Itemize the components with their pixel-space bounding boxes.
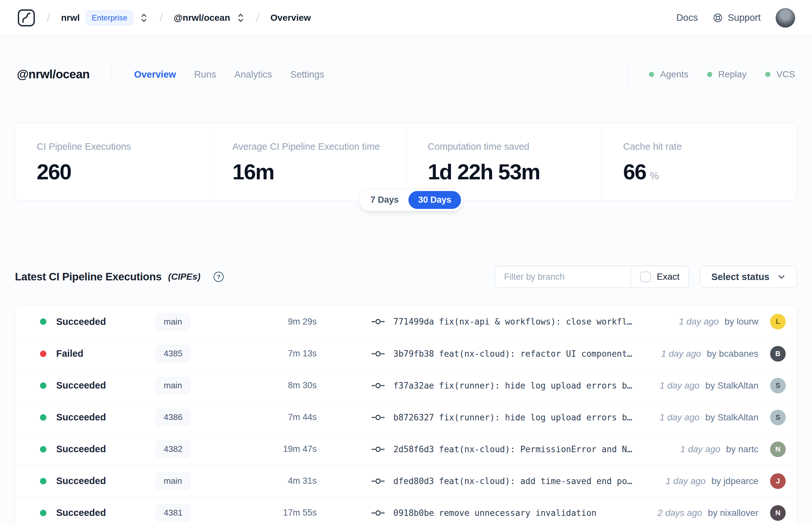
status-label: Failed — [56, 348, 83, 359]
time-ago: 1 day ago — [665, 476, 705, 486]
breadcrumb-page: Overview — [271, 13, 311, 23]
duration-cell: 8m 30s — [244, 380, 333, 390]
git-commit-icon — [371, 509, 385, 517]
branch-badge: main — [156, 377, 190, 394]
status-cell: Succeeded — [30, 412, 147, 423]
git-commit-icon — [371, 382, 385, 390]
avatar[interactable]: S — [770, 378, 786, 393]
time-ago: 1 day ago — [661, 349, 701, 359]
tab-analytics[interactable]: Analytics — [234, 69, 272, 80]
commit-text: 2d58f6d3feat(nx-cloud): PermissionError … — [393, 445, 632, 454]
status-cell: Succeeded — [30, 380, 147, 391]
stat-value: 16m — [232, 160, 274, 184]
exact-label: Exact — [657, 272, 679, 282]
user-avatar[interactable] — [776, 8, 795, 28]
branch-badge: main — [156, 472, 190, 490]
commit-hash: dfed80d3 — [393, 476, 434, 486]
indicator-label: Agents — [660, 69, 688, 79]
author: by bcabanes — [707, 349, 759, 359]
commit-hash: 3b79fb38 — [393, 349, 434, 359]
workspace-tabs: Overview Runs Analytics Settings — [134, 69, 324, 80]
top-navbar: / nrwl Enterprise / @nrwl/ocean / Overvi… — [0, 0, 812, 36]
nx-cloud-logo[interactable] — [17, 9, 36, 27]
indicator-label: VCS — [776, 69, 795, 79]
author: by StalkAltan — [705, 412, 759, 422]
table-row[interactable]: Failed 4385 7m 13s 3b79fb38feat(nx-cloud… — [15, 338, 797, 370]
git-commit-icon — [371, 446, 385, 453]
select-status-dropdown[interactable]: Select status — [700, 266, 797, 288]
toggle-7-days[interactable]: 7 Days — [361, 191, 408, 209]
commit-message: fix(runner): hide log upload errors b… — [439, 412, 632, 422]
table-row[interactable]: Succeeded main 9m 29s 771499dafix(nx-api… — [15, 306, 797, 338]
status-dot-icon — [40, 350, 46, 357]
meta-cell: 1 day ago by nartc — [680, 444, 767, 454]
table-row[interactable]: Succeeded main 8m 30s f37a32aefix(runner… — [15, 370, 797, 401]
commit-hash: b8726327 — [393, 412, 434, 422]
branch-filter-group: Exact — [495, 266, 689, 288]
avatar-cell: B — [767, 346, 797, 362]
exact-toggle[interactable]: Exact — [631, 266, 689, 287]
branch-badge: 4381 — [156, 504, 191, 522]
breadcrumb-separator: / — [159, 11, 163, 25]
meta-cell: 1 day ago by StalkAltan — [660, 412, 767, 423]
stat-ci-pipeline-executions: CI Pipeline Executions 260 — [15, 123, 211, 200]
branch-badge: 4382 — [156, 440, 191, 458]
stat-label: Computation time saved — [428, 141, 580, 152]
commit-message: fix(runner): hide log upload errors b… — [439, 381, 632, 390]
status-label: Succeeded — [56, 444, 106, 454]
commit-cell[interactable]: 3b79fb38feat(nx-cloud): refactor UI comp… — [333, 349, 661, 359]
cipe-filters: Exact Select status — [495, 266, 797, 288]
indicator-agents[interactable]: Agents — [649, 69, 688, 79]
branch-filter-input[interactable] — [495, 266, 631, 287]
breadcrumb-org[interactable]: nrwl — [61, 13, 80, 23]
duration-cell: 7m 13s — [244, 349, 333, 359]
avatar[interactable]: L — [770, 314, 786, 329]
commit-cell[interactable]: 771499dafix(nx-api & workflows): close w… — [333, 317, 679, 327]
commit-cell[interactable]: 0918b0beremove unnecessary invalidation — [333, 508, 658, 518]
org-selector-icon[interactable] — [139, 12, 149, 24]
tab-settings[interactable]: Settings — [290, 69, 324, 80]
commit-cell[interactable]: 2d58f6d3feat(nx-cloud): PermissionError … — [333, 445, 680, 454]
table-row[interactable]: Succeeded 4381 17m 55s 0918b0beremove un… — [15, 497, 797, 525]
commit-cell[interactable]: f37a32aefix(runner): hide log upload err… — [333, 381, 660, 390]
stat-value: 66 — [623, 160, 646, 184]
stat-value: 260 — [37, 160, 71, 184]
avatar[interactable]: N — [770, 441, 786, 457]
avatar[interactable]: J — [770, 473, 786, 489]
table-row[interactable]: Succeeded 4382 19m 47s 2d58f6d3feat(nx-c… — [15, 433, 797, 465]
branch-badge: 4386 — [156, 409, 191, 426]
commit-message: fix(nx-api & workflows): close workfl… — [439, 317, 632, 327]
author: by nartc — [726, 444, 759, 454]
indicator-replay[interactable]: Replay — [707, 69, 746, 79]
stat-label: Cache hit rate — [623, 141, 776, 152]
toggle-30-days[interactable]: 30 Days — [408, 191, 461, 209]
help-icon[interactable]: ? — [213, 271, 225, 283]
exact-checkbox[interactable] — [640, 272, 651, 282]
workspace-selector-icon[interactable] — [236, 12, 245, 24]
breadcrumb-separator: / — [256, 11, 260, 25]
avatar[interactable]: B — [770, 346, 786, 362]
commit-cell[interactable]: dfed80d3feat(nx-cloud): add time-saved e… — [333, 476, 665, 486]
table-row[interactable]: Succeeded 4386 7m 44s b8726327fix(runner… — [15, 401, 797, 433]
branch-cell: 4385 — [147, 345, 244, 362]
docs-link[interactable]: Docs — [676, 12, 698, 23]
status-dot-icon — [40, 478, 46, 484]
avatar[interactable]: S — [770, 410, 786, 425]
avatar[interactable]: N — [770, 505, 786, 521]
commit-text: f37a32aefix(runner): hide log upload err… — [393, 381, 632, 390]
indicator-vcs[interactable]: VCS — [765, 69, 795, 79]
branch-cell: main — [147, 313, 244, 330]
status-label: Succeeded — [56, 380, 106, 391]
tab-runs[interactable]: Runs — [194, 69, 216, 80]
table-row[interactable]: Succeeded main 4m 31s dfed80d3feat(nx-cl… — [15, 465, 797, 497]
meta-cell: 1 day ago by jdpearce — [665, 476, 767, 486]
status-dot-icon — [40, 510, 46, 516]
breadcrumb-workspace[interactable]: @nrwl/ocean — [174, 13, 230, 23]
commit-cell[interactable]: b8726327fix(runner): hide log upload err… — [333, 412, 660, 422]
tab-overview[interactable]: Overview — [134, 69, 176, 80]
divider — [627, 64, 628, 85]
time-ago: 2 days ago — [658, 508, 702, 518]
divider — [111, 64, 111, 85]
support-link[interactable]: Support — [713, 12, 761, 23]
select-status-label: Select status — [711, 272, 769, 282]
